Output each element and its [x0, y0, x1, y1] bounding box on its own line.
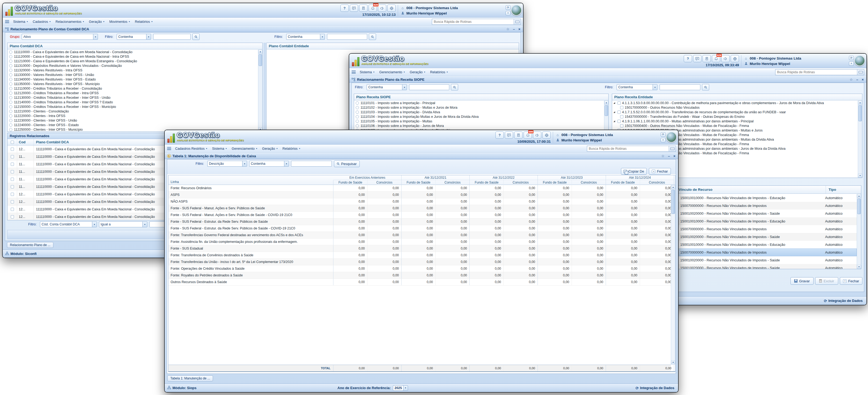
value-cell[interactable]: 0,00 — [538, 212, 572, 218]
value-cell[interactable]: 0,00 — [504, 225, 538, 232]
value-cell[interactable]: 0,00 — [572, 272, 606, 278]
value-cell[interactable]: 0,00 — [470, 225, 504, 232]
radio-icon[interactable] — [9, 123, 12, 127]
value-cell[interactable]: 0,00 — [538, 272, 572, 278]
radio-icon[interactable] — [9, 119, 12, 122]
value-cell[interactable]: 0,00 — [333, 225, 368, 232]
value-cell[interactable]: 0,00 — [538, 225, 572, 232]
table-row[interactable]: 150010020000 - Recursos Não Vinculados d… — [677, 264, 857, 269]
rel-filtro-field-select[interactable]: Cód. Conta Contábil DCA▼ — [40, 221, 97, 227]
quick-search-input[interactable] — [775, 70, 857, 74]
avatar[interactable] — [854, 55, 865, 66]
favorite-icon[interactable]: ☆ — [506, 27, 509, 31]
value-cell[interactable]: 0,00 — [470, 279, 504, 285]
menu-item-1[interactable]: Sistema▼ — [212, 147, 227, 151]
value-cell[interactable]: 0,00 — [504, 279, 538, 285]
value-cell[interactable]: 0,00 — [572, 185, 606, 191]
radio-icon[interactable] — [9, 78, 12, 81]
value-cell[interactable]: 0,00 — [470, 205, 504, 211]
radio-icon[interactable] — [9, 82, 12, 86]
menu-item-4[interactable]: Movimentos▼ — [109, 20, 130, 24]
value-cell[interactable]: 0,00 — [538, 239, 572, 245]
filtro-op-select[interactable]: Contenha▼ — [367, 84, 407, 90]
value-cell[interactable]: 0,00 — [640, 218, 671, 225]
value-cell[interactable]: 0,00 — [538, 185, 572, 191]
refresh-button[interactable]: ⟳ — [849, 56, 854, 60]
value-cell[interactable]: 0,00 — [470, 245, 504, 252]
quick-search-input[interactable] — [587, 147, 669, 151]
announce-icon[interactable] — [721, 55, 730, 62]
radio-icon[interactable] — [9, 73, 12, 77]
value-cell[interactable]: 0,00 — [333, 212, 368, 218]
row-checkbox[interactable] — [11, 162, 14, 166]
value-cell[interactable]: 0,00 — [538, 198, 572, 205]
ano-referencia-select[interactable]: 2025▼ — [393, 385, 408, 391]
favorite-icon[interactable]: ☆ — [661, 154, 665, 158]
keyboard-icon[interactable] — [669, 146, 676, 151]
pin-icon[interactable] — [703, 55, 711, 62]
filtro-input[interactable] — [153, 34, 191, 40]
value-cell[interactable]: 0,00 — [572, 232, 606, 238]
value-cell[interactable]: 0,00 — [470, 272, 504, 278]
menu-item-3[interactable]: Geração▼ — [89, 20, 105, 24]
minimize-icon[interactable]: – — [513, 27, 515, 31]
refresh-button[interactable]: ⟳ — [506, 5, 510, 10]
value-cell[interactable]: 0,00 — [436, 198, 470, 205]
value-cell[interactable]: 0,00 — [368, 232, 402, 238]
list-item[interactable]: 11110106 - Imposto sobre a Importação - … — [354, 123, 604, 128]
value-cell[interactable]: 0,00 — [504, 218, 538, 225]
value-cell[interactable]: 0,00 — [640, 205, 671, 211]
support-icon[interactable] — [542, 131, 551, 139]
value-cell[interactable]: 0,00 — [333, 245, 368, 252]
value-cell[interactable]: 0,00 — [606, 239, 640, 245]
value-cell[interactable]: 0,00 — [640, 225, 671, 232]
value-cell[interactable]: 0,00 — [470, 252, 504, 259]
table-row[interactable]: Fonte: Assistência fin. da União complem… — [168, 239, 671, 245]
value-cell[interactable]: 0,00 — [333, 279, 368, 285]
row-checkbox[interactable] — [11, 170, 14, 173]
table-row[interactable]: Fonte: Operações de Crédito Vinculados à… — [168, 265, 671, 272]
alerts-icon[interactable]: 629 — [712, 55, 720, 62]
scrollbar[interactable]: ▲ ▼ — [858, 101, 862, 178]
checkbox-icon[interactable] — [617, 101, 621, 105]
value-cell[interactable]: 0,00 — [333, 259, 368, 265]
list-item[interactable]: 11110105 - Imposto sobre a Importação - … — [354, 119, 604, 123]
taskbar-tab[interactable]: Tabela 1: Manutenção de ... — [167, 375, 213, 381]
search-icon[interactable]: ⚲ — [192, 34, 199, 40]
value-cell[interactable]: 0,00 — [402, 232, 436, 238]
value-cell[interactable]: 0,00 — [606, 252, 640, 259]
pin-icon[interactable] — [359, 5, 368, 12]
value-cell[interactable]: 0,00 — [504, 198, 538, 205]
comment-icon[interactable] — [693, 55, 702, 62]
checkbox-icon[interactable] — [620, 106, 623, 109]
table-row[interactable]: Fonte: Transferências da União - inciso … — [168, 259, 671, 265]
value-cell[interactable]: 0,00 — [368, 279, 402, 285]
value-cell[interactable]: 0,00 — [606, 205, 640, 211]
value-cell[interactable]: 0,00 — [368, 218, 402, 225]
radio-icon[interactable] — [9, 87, 12, 90]
select-all-checkbox[interactable] — [11, 141, 14, 144]
value-cell[interactable]: 0,00 — [606, 198, 640, 205]
value-cell[interactable]: 0,00 — [470, 232, 504, 238]
announce-icon[interactable] — [533, 131, 541, 139]
value-cell[interactable]: 0,00 — [538, 279, 572, 285]
filtro2-input[interactable] — [659, 84, 700, 90]
expander-icon[interactable]: ◢ — [614, 111, 616, 113]
radio-icon[interactable] — [9, 51, 12, 54]
row-checkbox[interactable] — [11, 215, 14, 218]
keyboard-icon[interactable] — [514, 19, 521, 24]
value-cell[interactable]: 0,00 — [470, 265, 504, 272]
radio-icon[interactable] — [356, 101, 359, 105]
value-cell[interactable]: 0,00 — [606, 245, 640, 252]
value-cell[interactable]: 0,00 — [606, 212, 640, 218]
value-cell[interactable]: 0,00 — [606, 279, 640, 285]
scrollbar[interactable]: ▲ ▼ — [671, 185, 675, 365]
radio-icon[interactable] — [9, 114, 12, 118]
value-cell[interactable]: 0,00 — [538, 205, 572, 211]
value-cell[interactable]: 0,00 — [333, 232, 368, 238]
list-item[interactable]: 111110000 - Caixa e Equivalentes de Caix… — [7, 50, 258, 54]
tree-parent-item[interactable]: ◢4.1.9.1.1.06.1.1.00.00.00.00.00 - Multa… — [612, 119, 858, 123]
menu-item-3[interactable]: Geração▼ — [262, 147, 278, 151]
filtro-input[interactable] — [409, 84, 449, 90]
filtro-op-select[interactable]: Contenha▼ — [117, 34, 151, 40]
